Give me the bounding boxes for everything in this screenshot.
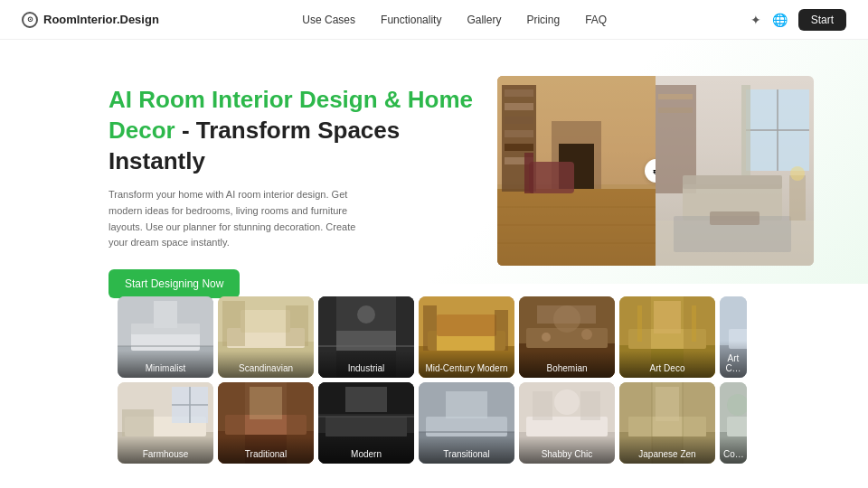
nav-pricing[interactable]: Pricing bbox=[526, 14, 560, 26]
logo-text: RoomInterior.Design bbox=[43, 13, 159, 26]
svg-point-62 bbox=[581, 329, 592, 340]
svg-rect-92 bbox=[345, 387, 387, 412]
cta-button[interactable]: Start Designing Now bbox=[108, 269, 240, 298]
svg-rect-7 bbox=[505, 144, 533, 151]
svg-rect-70 bbox=[692, 305, 696, 342]
svg-rect-55 bbox=[495, 310, 508, 351]
style-label: Minimalist bbox=[118, 351, 213, 378]
svg-rect-11 bbox=[529, 162, 574, 193]
nav-gallery[interactable]: Gallery bbox=[467, 14, 501, 26]
logo-icon: ⊙ bbox=[22, 12, 38, 28]
style-label: Industrial bbox=[318, 351, 414, 378]
style-row-2: FarmhouseTraditionalModernTransitionalSh… bbox=[118, 382, 868, 464]
style-label: Scandinavian bbox=[218, 351, 314, 378]
style-card-co-[interactable]: Co… bbox=[720, 382, 747, 464]
svg-rect-3 bbox=[505, 89, 533, 97]
svg-rect-28 bbox=[710, 211, 760, 225]
style-label: Farmhouse bbox=[118, 436, 213, 464]
svg-rect-29 bbox=[789, 175, 806, 221]
svg-rect-45 bbox=[327, 331, 405, 351]
svg-rect-115 bbox=[727, 417, 747, 436]
before-image: ⇄ bbox=[497, 76, 656, 266]
style-label: Japanese Zen bbox=[619, 436, 715, 464]
nav-right: ✦ 🌐 Start bbox=[750, 9, 846, 31]
svg-point-102 bbox=[554, 389, 580, 415]
hero-title: AI Room Interior Design & HomeDecor - Tr… bbox=[108, 85, 497, 176]
style-card-transitional[interactable]: Transitional bbox=[419, 382, 514, 464]
style-label: Art C… bbox=[720, 341, 747, 378]
style-card-art-deco[interactable]: Art Deco bbox=[619, 296, 715, 378]
style-section: MinimalistScandinavianIndustrialMid-Cent… bbox=[0, 284, 868, 464]
svg-rect-4 bbox=[505, 103, 533, 110]
logo[interactable]: ⊙ RoomInterior.Design bbox=[22, 12, 159, 28]
svg-rect-69 bbox=[637, 305, 642, 342]
svg-rect-5 bbox=[505, 117, 533, 124]
style-card-shabby-chic[interactable]: Shabby Chic bbox=[519, 382, 615, 464]
style-card-modern[interactable]: Modern bbox=[318, 382, 414, 464]
style-card-minimalist[interactable]: Minimalist bbox=[118, 296, 213, 378]
hero-section: AI Room Interior Design & HomeDecor - Tr… bbox=[0, 40, 868, 284]
style-card-scandinavian[interactable]: Scandinavian bbox=[218, 296, 314, 378]
style-card-japanese-zen[interactable]: Japanese Zen bbox=[619, 382, 715, 464]
nav-faq[interactable]: FAQ bbox=[585, 14, 607, 26]
svg-rect-87 bbox=[250, 387, 282, 419]
svg-rect-12 bbox=[524, 153, 533, 193]
before-room bbox=[497, 76, 656, 266]
svg-rect-81 bbox=[122, 409, 154, 436]
svg-rect-90 bbox=[326, 417, 407, 436]
style-row-1: MinimalistScandinavianIndustrialMid-Cent… bbox=[118, 296, 868, 378]
style-label: Bohemian bbox=[519, 351, 615, 378]
style-card-traditional[interactable]: Traditional bbox=[218, 382, 314, 464]
style-label: Transitional bbox=[419, 436, 514, 464]
svg-rect-53 bbox=[437, 314, 496, 336]
sparkle-icon[interactable]: ✦ bbox=[750, 13, 761, 27]
style-label: Traditional bbox=[218, 436, 314, 464]
svg-rect-6 bbox=[505, 130, 533, 137]
svg-rect-104 bbox=[580, 391, 600, 420]
hero-text: AI Room Interior Design & HomeDecor - Tr… bbox=[108, 76, 497, 298]
hero-description: Transform your home with AI room interio… bbox=[108, 187, 362, 250]
svg-rect-42 bbox=[286, 305, 308, 346]
svg-rect-33 bbox=[131, 333, 200, 351]
svg-rect-20 bbox=[741, 85, 750, 175]
after-image bbox=[656, 76, 814, 266]
svg-point-30 bbox=[790, 166, 805, 181]
style-label: Shabby Chic bbox=[519, 436, 615, 464]
svg-rect-40 bbox=[241, 310, 290, 333]
svg-point-48 bbox=[357, 305, 375, 324]
svg-rect-22 bbox=[658, 94, 693, 99]
style-card-bohemian[interactable]: Bohemian bbox=[519, 296, 615, 378]
svg-rect-96 bbox=[426, 417, 507, 436]
style-label: Art Deco bbox=[619, 351, 715, 378]
nav-use-cases[interactable]: Use Cases bbox=[302, 14, 355, 26]
svg-rect-35 bbox=[154, 301, 177, 328]
svg-rect-97 bbox=[446, 391, 487, 418]
svg-rect-25 bbox=[683, 175, 782, 189]
navbar: ⊙ RoomInterior.Design Use Cases Function… bbox=[0, 0, 868, 40]
svg-rect-23 bbox=[658, 108, 693, 113]
style-card-mid-century-modern[interactable]: Mid-Century Modern bbox=[419, 296, 514, 378]
nav-functionality[interactable]: Functionality bbox=[381, 14, 441, 26]
svg-rect-66 bbox=[654, 301, 681, 333]
svg-point-61 bbox=[542, 333, 551, 342]
svg-rect-108 bbox=[656, 387, 679, 421]
style-label: Mid-Century Modern bbox=[419, 351, 514, 378]
nav-links: Use Cases Functionality Gallery Pricing … bbox=[302, 14, 607, 26]
svg-rect-103 bbox=[533, 391, 552, 420]
globe-icon[interactable]: 🌐 bbox=[772, 13, 788, 27]
style-label: Modern bbox=[318, 436, 414, 464]
style-label: Co… bbox=[720, 436, 747, 464]
start-button[interactable]: Start bbox=[798, 9, 846, 31]
style-card-farmhouse[interactable]: Farmhouse bbox=[118, 382, 213, 464]
svg-rect-60 bbox=[537, 305, 596, 324]
svg-rect-41 bbox=[222, 301, 245, 346]
after-room bbox=[656, 76, 814, 266]
style-card-industrial[interactable]: Industrial bbox=[318, 296, 414, 378]
style-card-art-c-[interactable]: Art C… bbox=[720, 296, 747, 378]
svg-rect-54 bbox=[423, 305, 437, 351]
hero-images: ⇄ bbox=[497, 76, 814, 266]
